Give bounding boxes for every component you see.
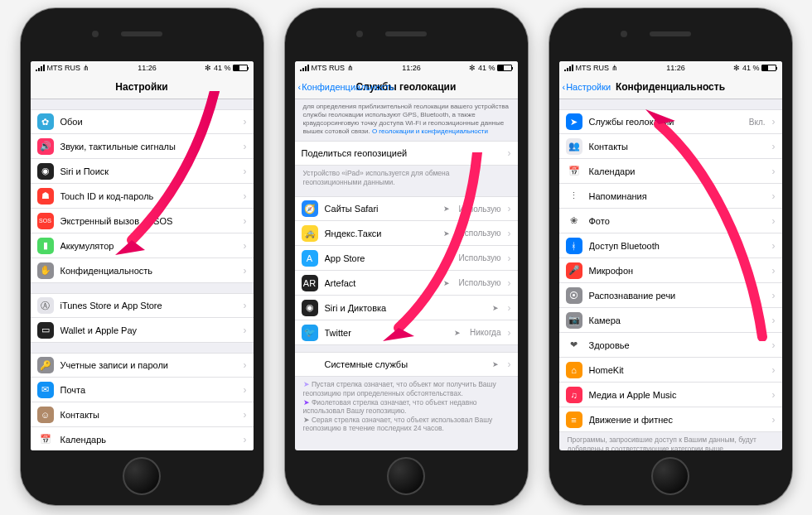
row-label: Twitter: [325, 328, 448, 338]
settings-row[interactable]: ☗Touch ID и код-пароль›: [31, 184, 254, 209]
screen-1: MTS RUS ⋔ 11:26 ✻ 41 % Настройки ✿Обои›🔊…: [31, 61, 254, 450]
settings-row[interactable]: ✿Обои›: [31, 109, 254, 134]
settings-row[interactable]: ᚼДоступ Bluetooth›: [559, 233, 782, 258]
settings-row[interactable]: 🔑Учетные записи и пароли›: [31, 353, 254, 378]
settings-row[interactable]: ≡Движение и фитнес›: [559, 407, 782, 432]
chevron-right-icon: ›: [244, 141, 247, 152]
battery-pct: 41 %: [742, 64, 760, 72]
row-label: Обои: [60, 117, 237, 127]
chevron-right-icon: ›: [772, 190, 776, 202]
settings-row[interactable]: 📅Календари›: [559, 159, 782, 184]
chevron-right-icon: ›: [772, 116, 776, 128]
settings-row[interactable]: 🧭Сайты Safari➤Использую›: [295, 196, 518, 221]
row-label: HomeKit: [589, 365, 766, 375]
settings-row[interactable]: ◉Siri и Поиск›: [31, 159, 254, 184]
privacy-list[interactable]: ➤Службы геолокацииВкл.›👥Контакты›📅Календ…: [559, 99, 782, 450]
row-label: Экстренный вызов — SOS: [60, 216, 237, 226]
settings-row[interactable]: 🐦Twitter➤Никогда›: [295, 320, 518, 345]
settings-row[interactable]: ▭Wallet и Apple Pay›: [31, 318, 254, 343]
about-link[interactable]: О геолокации и конфиденциальности: [372, 128, 488, 135]
settings-list[interactable]: ✿Обои›🔊Звуки, тактильные сигналы›◉Siri и…: [31, 99, 254, 450]
clock: 11:26: [666, 64, 685, 72]
settings-row[interactable]: ⌂HomeKit›: [559, 358, 782, 383]
chevron-right-icon: ›: [508, 203, 511, 214]
front-camera: [92, 31, 99, 37]
location-arrow-icon: ➤: [492, 360, 499, 368]
app-icon: 👥: [566, 138, 582, 155]
settings-row[interactable]: 🚕Яндекс.Такси➤Использую›: [295, 221, 518, 246]
signal-icon: [300, 65, 309, 71]
chevron-right-icon: ›: [244, 384, 247, 396]
row-label: Конфиденциальность: [60, 266, 237, 276]
row-label: Медиа и Apple Music: [589, 390, 766, 400]
carrier: MTS RUS: [312, 64, 346, 72]
app-icon: 🔊: [37, 138, 54, 155]
app-icon: 🎤: [566, 262, 582, 279]
chevron-right-icon: ›: [508, 327, 511, 339]
app-icon: ᚼ: [566, 238, 582, 254]
navbar: Настройки: [31, 75, 254, 99]
screen-2: MTS RUS ⋔ 11:26 ✻ 41 % ‹Конфиденциальнос…: [295, 61, 518, 450]
back-button[interactable]: ‹Настройки: [563, 82, 611, 92]
chevron-right-icon: ›: [772, 265, 776, 277]
status-bar: MTS RUS ⋔ 11:26 ✻ 41 %: [295, 61, 518, 75]
home-button[interactable]: [123, 457, 161, 495]
row-label: Artefact: [325, 278, 437, 288]
home-button[interactable]: [387, 457, 425, 495]
battery-pct: 41 %: [478, 64, 495, 72]
settings-row[interactable]: ▮Аккумулятор›: [31, 233, 254, 258]
settings-row[interactable]: ☺Контакты›: [31, 402, 254, 427]
location-services-list[interactable]: для определения приблизительной геолокац…: [295, 99, 518, 450]
app-icon: 📅: [566, 163, 582, 180]
settings-row[interactable]: ➤Службы геолокацииВкл.›: [559, 109, 782, 134]
battery-icon: [233, 65, 248, 71]
row-label: Touch ID и код-пароль: [60, 191, 237, 201]
settings-row[interactable]: ⒶiTunes Store и App Store›: [31, 293, 254, 318]
clock: 11:26: [402, 64, 421, 72]
chevron-right-icon: ›: [772, 240, 776, 252]
chevron-right-icon: ›: [772, 315, 776, 326]
settings-row[interactable]: ✉Почта›: [31, 378, 254, 402]
app-icon: AR: [302, 275, 318, 291]
home-button[interactable]: [651, 457, 689, 495]
app-icon: ⋮: [566, 188, 582, 205]
settings-row[interactable]: 🔊Звуки, тактильные сигналы›: [31, 134, 254, 159]
chevron-right-icon: ›: [244, 325, 247, 336]
settings-row[interactable]: ARArtefact➤Использую›: [295, 271, 518, 296]
row-label: Распознавание речи: [589, 291, 766, 301]
settings-row[interactable]: AApp Store➤Использую›: [295, 246, 518, 271]
settings-row[interactable]: ⋮Напоминания›: [559, 184, 782, 209]
row-label: Фото: [589, 216, 766, 226]
chevron-right-icon: ›: [244, 190, 247, 202]
chevron-right-icon: ›: [772, 215, 776, 227]
settings-row[interactable]: ✋Конфиденциальность›: [31, 258, 254, 283]
settings-row[interactable]: 📅Календарь›: [31, 427, 254, 450]
settings-row[interactable]: ❤Здоровье›: [559, 333, 782, 358]
system-services-row[interactable]: Системные службы ➤ ›: [295, 352, 518, 377]
app-icon: ♫: [566, 387, 582, 403]
settings-row[interactable]: ❀Фото›: [559, 209, 782, 233]
location-arrow-icon: ➤: [443, 254, 450, 262]
row-label: Яндекс.Такси: [325, 229, 437, 238]
settings-row[interactable]: 📷Камера›: [559, 308, 782, 333]
app-icon: Ⓐ: [37, 297, 54, 314]
settings-row[interactable]: ◉Siri и Диктовка➤›: [295, 296, 518, 320]
row-detail: Использую: [459, 229, 501, 238]
row-label: Контакты: [589, 142, 766, 152]
settings-row[interactable]: ⦿Распознавание речи›: [559, 283, 782, 308]
settings-row[interactable]: 🎤Микрофон›: [559, 258, 782, 283]
row-label: iTunes Store и App Store: [60, 301, 237, 310]
settings-row[interactable]: ♫Медиа и Apple Music›: [559, 383, 782, 407]
chevron-right-icon: ›: [244, 265, 247, 277]
row-detail: Никогда: [470, 328, 500, 337]
back-button[interactable]: ‹Конфиденциальность: [298, 82, 394, 92]
share-location-row[interactable]: Поделиться геопозицией ›: [295, 141, 518, 166]
settings-row[interactable]: 👥Контакты›: [559, 134, 782, 159]
settings-row[interactable]: SOSЭкстренный вызов — SOS›: [31, 209, 254, 233]
row-detail: Использую: [459, 278, 501, 287]
carrier: MTS RUS: [47, 64, 81, 72]
chevron-right-icon: ›: [508, 228, 511, 239]
row-detail: Использую: [459, 253, 501, 262]
row-label: Камера: [589, 315, 766, 325]
chevron-right-icon: ›: [772, 166, 776, 177]
